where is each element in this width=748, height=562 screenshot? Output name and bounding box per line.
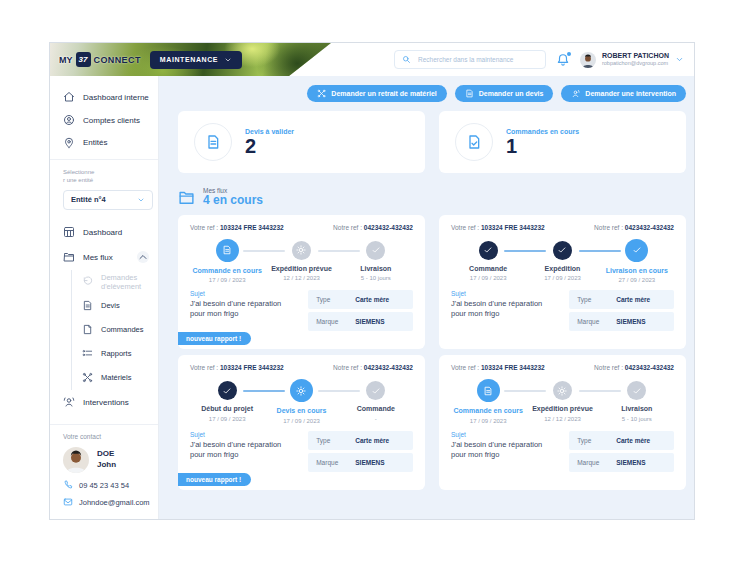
map-pin-icon [63, 137, 75, 149]
new-report-badge[interactable]: nouveau rapport ! [178, 473, 251, 486]
step-date: 17 / 09 / 2023 [209, 277, 246, 283]
sidebar-item-entites[interactable]: Entités [50, 132, 158, 155]
sidebar: Dashboard interne Comptes clients Entité… [50, 76, 159, 519]
timeline-connector [243, 390, 285, 392]
timeline-step: Commande - [339, 379, 413, 423]
chevron-down-icon[interactable] [675, 55, 684, 64]
flow-cards-grid: Votre ref : 103324 FRE 3443232 Notre ref… [178, 215, 686, 490]
module-switcher-button[interactable]: MAINTENANCE [150, 51, 242, 69]
subject-text: J'ai besoin d'une réparation pour mon fr… [451, 440, 559, 460]
step-date: 17 / 09 / 2023 [470, 418, 507, 424]
check-icon [632, 386, 642, 396]
sidebar-item-rapports[interactable]: Rapports [72, 342, 158, 366]
chevron-up-icon [137, 251, 149, 263]
step-title: Commande en cours [454, 407, 523, 415]
subject-label: Sujet [451, 290, 559, 297]
contact-card: Votre contact DOE John 09 45 23 43 54 [50, 415, 158, 519]
subject-text: J'ai besoin d'une réparation pour mon fr… [190, 440, 298, 460]
stat-card-devis[interactable]: Devis à valider 2 [178, 111, 425, 173]
step-title: Expédition prévue [532, 405, 593, 413]
timeline-step: Livraison 5 - 10 jours [600, 379, 674, 423]
gear-icon [557, 386, 567, 396]
step-title: Devis en cours [277, 407, 327, 415]
step-title: Commande [357, 405, 395, 413]
card-refs: Votre ref : 103324 FRE 3443232 Notre ref… [190, 224, 413, 231]
step-date: 17 / 09 / 2023 [283, 418, 320, 424]
step-date: 12 / 12 / 2023 [544, 416, 581, 422]
step-title: Commande en cours [193, 267, 262, 275]
stat-value: 2 [245, 135, 294, 157]
technician-icon [571, 89, 580, 98]
properties-table: TypeCarte mère MarqueSIEMENS [569, 431, 674, 475]
notre-ref: Notre ref : 0423432-432432 [333, 364, 413, 371]
search-bar[interactable] [394, 50, 546, 69]
search-input[interactable] [416, 55, 538, 64]
step-circle [292, 241, 311, 260]
document-icon [483, 386, 493, 396]
contact-phone[interactable]: 09 45 23 43 54 [63, 480, 145, 490]
notre-ref: Notre ref : 0423432-432432 [333, 224, 413, 231]
notre-ref: Notre ref : 0423432-432432 [594, 224, 674, 231]
sidebar-item-interventions[interactable]: Interventions [50, 390, 158, 415]
contact-label: Votre contact [63, 433, 145, 440]
check-icon [483, 245, 493, 255]
step-date: 5 - 10 jours [622, 416, 652, 422]
flows-count: 4 en cours [203, 194, 263, 208]
notifications-button[interactable] [556, 53, 570, 67]
timeline-connector [504, 390, 546, 392]
flow-card[interactable]: Votre ref : 103324 FRE 3443232 Notre ref… [439, 355, 686, 489]
collapse-toggle[interactable] [137, 251, 149, 263]
request-intervention-button[interactable]: Demander une intervention [561, 85, 686, 102]
timeline-connector [318, 390, 360, 392]
timeline: Début du projet 17 / 09 / 2023 Devis en … [190, 379, 413, 423]
step-date: 17 / 09 / 2023 [544, 275, 581, 281]
new-report-badge[interactable]: nouveau rapport ! [178, 332, 251, 345]
timeline-connector [579, 250, 621, 252]
entity-select[interactable]: Entité n°4 [63, 190, 153, 210]
timeline-step: Devis en cours 17 / 09 / 2023 [264, 379, 338, 423]
step-date: 27 / 09 / 2023 [618, 277, 655, 283]
step-date: 17 / 09 / 2023 [209, 416, 246, 422]
sidebar-item-dashboard-interne[interactable]: Dashboard interne [50, 86, 158, 109]
step-circle [290, 379, 313, 402]
dashboard-icon [63, 226, 75, 238]
subject-block: Sujet J'ai besoin d'une réparation pour … [451, 431, 559, 475]
stat-card-commandes[interactable]: Commandes en cours 1 [439, 111, 686, 173]
card-refs: Votre ref : 103324 FRE 3443232 Notre ref… [451, 224, 674, 231]
timeline-step: Début du projet 17 / 09 / 2023 [190, 379, 264, 423]
chevron-down-icon [224, 56, 232, 64]
request-material-removal-button[interactable]: Demander un retrait de matériel [307, 85, 446, 102]
timeline: Commande en cours 17 / 09 / 2023 Expédit… [190, 239, 413, 283]
app-logo[interactable]: MY 37 CONNECT [59, 52, 141, 67]
contact-avatar [63, 447, 89, 473]
sidebar-item-commandes[interactable]: Commandes [72, 318, 158, 342]
contact-email[interactable]: Johndoe@gmail.com [63, 497, 145, 507]
sidebar-item-mes-flux[interactable]: Mes flux [50, 245, 158, 270]
sidebar-item-comptes-clients[interactable]: Comptes clients [50, 109, 158, 132]
avatar [580, 52, 596, 68]
sidebar-item-dashboard[interactable]: Dashboard [50, 220, 158, 245]
properties-table: TypeCarte mère MarqueSIEMENS [308, 290, 413, 334]
user-email: robpatichon@dvgroup.com [602, 60, 669, 67]
contact-first-name: John [97, 460, 116, 471]
sidebar-item-devis[interactable]: Devis [72, 294, 158, 318]
sidebar-item-materiels[interactable]: Matériels [72, 366, 158, 390]
tools-icon [82, 372, 93, 383]
timeline: Commande en cours 17 / 09 / 2023 Expédit… [451, 379, 674, 423]
search-icon [402, 55, 411, 64]
file-icon [82, 324, 93, 335]
flow-card[interactable]: Votre ref : 103324 FRE 3443232 Notre ref… [178, 355, 425, 489]
flow-card[interactable]: Votre ref : 103324 FRE 3443232 Notre ref… [439, 215, 686, 349]
request-quote-button[interactable]: Demander un devis [455, 85, 554, 102]
subject-block: Sujet J'ai besoin d'une réparation pour … [451, 290, 559, 334]
check-icon [557, 245, 567, 255]
subject-label: Sujet [190, 290, 298, 297]
document-icon [222, 245, 232, 255]
timeline-step: Commande en cours 17 / 09 / 2023 [451, 379, 525, 423]
subject-block: Sujet J'ai besoin d'une réparation pour … [190, 290, 298, 334]
card-refs: Votre ref : 103324 FRE 3443232 Notre ref… [190, 364, 413, 371]
check-icon [222, 386, 232, 396]
table-row: MarqueSIEMENS [308, 312, 413, 331]
flow-card[interactable]: Votre ref : 103324 FRE 3443232 Notre ref… [178, 215, 425, 349]
user-menu[interactable]: ROBERT PATICHON robpatichon@dvgroup.com [580, 52, 684, 68]
